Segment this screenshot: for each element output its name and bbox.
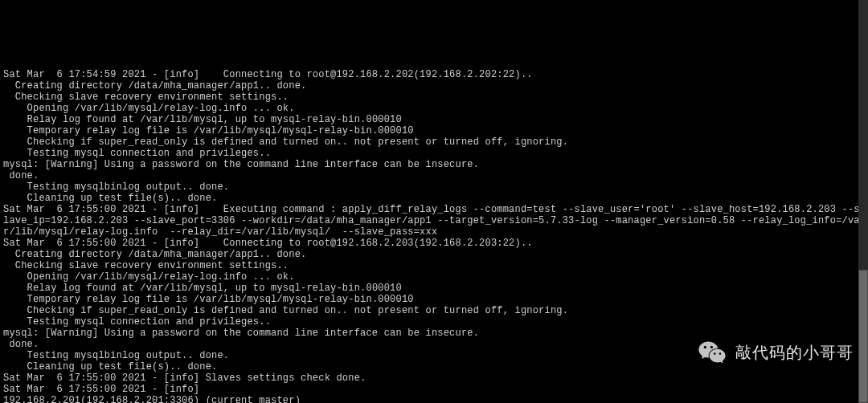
terminal-line: done. <box>3 170 865 181</box>
terminal-line: Relay log found at /var/lib/mysql, up to… <box>3 283 865 294</box>
terminal-line: mysql: [Warning] Using a password on the… <box>3 328 865 339</box>
terminal-line: Relay log found at /var/lib/mysql, up to… <box>3 114 865 125</box>
terminal-line: Temporary relay log file is /var/lib/mys… <box>3 294 865 305</box>
terminal-line: Checking slave recovery environment sett… <box>3 92 865 103</box>
terminal-line: Sat Mar 6 17:55:00 2021 - [info] Executi… <box>3 204 865 238</box>
terminal-line: Opening /var/lib/mysql/relay-log.info ..… <box>3 103 865 114</box>
terminal-line: Checking if super_read_only is defined a… <box>3 136 865 148</box>
terminal-line: Testing mysqlbinlog output.. done. <box>3 181 865 193</box>
terminal-line: Cleaning up test file(s).. done. <box>3 361 865 372</box>
terminal-line: Sat Mar 6 17:55:00 2021 - [info] Connect… <box>3 238 865 249</box>
terminal-line: done. <box>3 339 865 350</box>
terminal-output[interactable]: Sat Mar 6 17:54:59 2021 - [info] Connect… <box>0 45 868 403</box>
terminal-line: Checking if super_read_only is defined a… <box>3 305 865 316</box>
terminal-line: mysql: [Warning] Using a password on the… <box>3 159 865 170</box>
terminal-line: Creating directory /data/mha_manager/app… <box>3 249 865 260</box>
scrollbar-thumb[interactable] <box>858 270 868 403</box>
terminal-line: Sat Mar 6 17:55:00 2021 - [info] <box>3 384 865 395</box>
terminal-line: 192.168.2.201(192.168.2.201:3306) (curre… <box>3 395 865 403</box>
terminal-line: Sat Mar 6 17:54:59 2021 - [info] Connect… <box>3 69 865 80</box>
terminal-line: Testing mysqlbinlog output.. done. <box>3 350 865 361</box>
terminal-line: Opening /var/lib/mysql/relay-log.info ..… <box>3 271 865 283</box>
terminal-line: Sat Mar 6 17:55:00 2021 - [info] Slaves … <box>3 372 865 384</box>
terminal-line: Testing mysql connection and privileges.… <box>3 148 865 159</box>
terminal-line: Creating directory /data/mha_manager/app… <box>3 80 865 92</box>
scrollbar[interactable] <box>858 0 868 403</box>
terminal-line: Temporary relay log file is /var/lib/mys… <box>3 125 865 136</box>
terminal-line: Testing mysql connection and privileges.… <box>3 316 865 328</box>
terminal-line: Checking slave recovery environment sett… <box>3 260 865 271</box>
terminal-line: Cleaning up test file(s).. done. <box>3 193 865 204</box>
